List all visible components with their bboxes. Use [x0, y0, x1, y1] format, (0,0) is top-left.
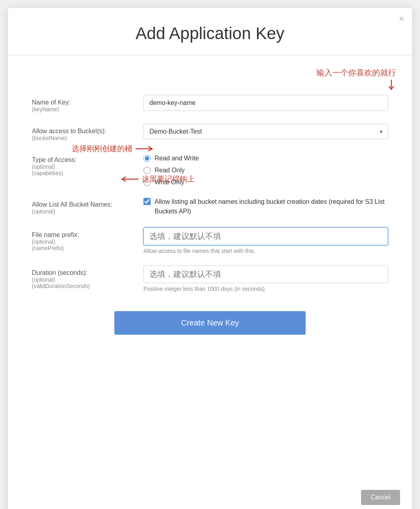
- list-buckets-checkbox[interactable]: [143, 198, 151, 205]
- access-type-label-col: Type of Access: (optional) (capabilities…: [32, 152, 143, 176]
- key-name-arrow-icon: [387, 79, 396, 91]
- bucket-select-wrapper: All Buckets (default) Demo-Bucket-Test ▾: [143, 124, 388, 139]
- add-application-key-modal: × Add Application Key 输入一个你喜欢的就行 Name of…: [8, 8, 412, 509]
- file-prefix-sublabel2: (namePrefix): [32, 245, 143, 251]
- radio-read-write-input[interactable]: [143, 155, 151, 162]
- access-type-label: Type of Access:: [32, 156, 143, 164]
- modal-title: Add Application Key: [135, 24, 285, 43]
- list-buckets-checkbox-label[interactable]: Allow listing all bucket names including…: [143, 197, 388, 216]
- file-prefix-sublabel1: (optional): [32, 239, 143, 245]
- radio-read-only-input[interactable]: [143, 167, 151, 174]
- file-prefix-row: File name prefix: (optional) (namePrefix…: [32, 227, 388, 254]
- file-prefix-control-col: Allow access to file names that start wi…: [143, 227, 388, 254]
- key-name-annotation-text: 输入一个你喜欢的就行: [316, 67, 396, 78]
- duration-label: Duration (seconds):: [32, 269, 143, 276]
- bucket-row: Allow access to Bucket(s): (bucketName) …: [32, 124, 388, 141]
- key-name-row: Name of Key: (keyName): [32, 95, 388, 112]
- checkbox-arrow-icon: [120, 174, 139, 184]
- cancel-button[interactable]: Cancel: [361, 490, 400, 505]
- form-container: 输入一个你喜欢的就行 Name of Key: (keyName) Allow …: [8, 67, 412, 303]
- bucket-select[interactable]: All Buckets (default) Demo-Bucket-Test: [143, 124, 388, 139]
- file-prefix-label: File name prefix:: [32, 231, 143, 239]
- file-prefix-label-col: File name prefix: (optional) (namePrefix…: [32, 227, 143, 251]
- create-new-key-button[interactable]: Create New Key: [114, 311, 306, 335]
- list-buckets-label: Allow List All Bucket Names:: [32, 201, 143, 208]
- bucket-label: Allow access to Bucket(s):: [32, 128, 143, 135]
- duration-help: Positive integer less than 1000 days (in…: [143, 286, 388, 292]
- duration-sublabel2: (validDurationSeconds): [32, 283, 143, 289]
- radio-read-write-label: Read and Write: [155, 155, 199, 162]
- close-button[interactable]: ×: [399, 14, 404, 23]
- file-prefix-help: Allow access to file names that start wi…: [143, 248, 388, 254]
- duration-control-col: Positive integer less than 1000 days (in…: [143, 265, 388, 292]
- duration-label-col: Duration (seconds): (optional) (validDur…: [32, 265, 143, 289]
- divider: [8, 55, 412, 55]
- list-buckets-row: Allow List All Bucket Names: (optional) …: [32, 197, 388, 216]
- duration-input[interactable]: [143, 265, 388, 283]
- key-name-input[interactable]: [143, 95, 388, 111]
- bucket-sublabel: (bucketName): [32, 135, 143, 141]
- radio-read-only[interactable]: Read Only: [143, 167, 388, 174]
- radio-read-write[interactable]: Read and Write: [143, 155, 388, 162]
- access-type-row: Type of Access: (optional) (capabilities…: [32, 152, 388, 186]
- radio-read-only-label: Read Only: [155, 167, 185, 174]
- key-name-label: Name of Key:: [32, 99, 143, 106]
- list-buckets-label-col: Allow List All Bucket Names: (optional): [32, 197, 143, 215]
- checkbox-annotation-text: 这里要记得钩上: [142, 174, 195, 184]
- key-name-label-col: Name of Key: (keyName): [32, 95, 143, 112]
- key-name-control-col: [143, 95, 388, 111]
- bucket-control-col: All Buckets (default) Demo-Bucket-Test ▾: [143, 124, 388, 139]
- access-type-sublabel1: (optional): [32, 164, 143, 170]
- list-buckets-checkbox-text: Allow listing all bucket names including…: [155, 197, 388, 216]
- key-name-sublabel: (keyName): [32, 106, 143, 112]
- bucket-label-col: Allow access to Bucket(s): (bucketName): [32, 124, 143, 141]
- list-buckets-sublabel: (optional): [32, 208, 143, 215]
- checkbox-annotation-wrapper: 这里要记得钩上: [120, 174, 195, 184]
- file-prefix-input[interactable]: [143, 227, 388, 245]
- list-buckets-control-col: 这里要记得钩上 Allow listing all bucket names i…: [143, 197, 388, 216]
- duration-row: Duration (seconds): (optional) (validDur…: [32, 265, 388, 292]
- duration-sublabel1: (optional): [32, 276, 143, 283]
